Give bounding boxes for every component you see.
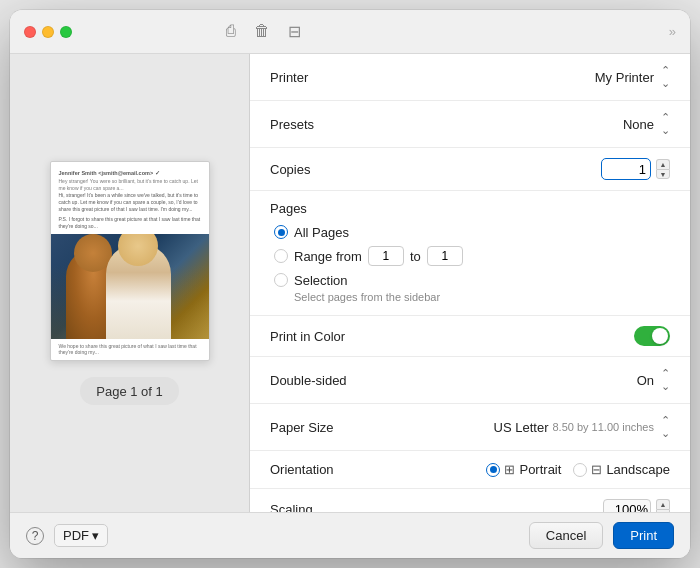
expand-icon[interactable]: » [669, 24, 676, 39]
range-radio[interactable] [274, 249, 288, 263]
landscape-page-icon: ⊟ [591, 462, 602, 477]
paper-size-chevron-icon: ⌃⌄ [661, 414, 670, 440]
color-row: Print in Color [250, 316, 690, 357]
portrait-page-icon: ⊞ [504, 462, 515, 477]
scaling-input[interactable] [603, 499, 651, 512]
presets-chevron-icon: ⌃⌄ [661, 111, 670, 137]
selection-hint: Select pages from the sidebar [274, 291, 670, 303]
pdf-label: PDF [63, 528, 89, 543]
landscape-radio[interactable] [573, 463, 587, 477]
double-sided-chevron-icon: ⌃⌄ [661, 367, 670, 393]
toggle-knob [652, 328, 668, 344]
printer-label: Printer [270, 70, 390, 85]
page-preview: Jennifer Smith <jsmith@email.com> ✓ Hey … [50, 161, 210, 361]
all-pages-label: All Pages [294, 225, 349, 240]
landscape-label: Landscape [606, 462, 670, 477]
orientation-options: ⊞ Portrait ⊟ Landscape [486, 462, 670, 477]
double-sided-label: Double-sided [270, 373, 390, 388]
print-button[interactable]: Print [613, 522, 674, 549]
copies-increment[interactable]: ▲ [656, 159, 670, 169]
cancel-button[interactable]: Cancel [529, 522, 603, 549]
print-dialog: ⎙ 🗑 ⊟ » Jennifer Smith <jsmith@email.com… [10, 10, 690, 558]
main-content: Jennifer Smith <jsmith@email.com> ✓ Hey … [10, 54, 690, 512]
portrait-radio[interactable] [486, 463, 500, 477]
range-from-input[interactable] [368, 246, 404, 266]
range-to-input[interactable] [427, 246, 463, 266]
help-button[interactable]: ? [26, 527, 44, 545]
scaling-row: Scaling ▲ ▼ [250, 489, 690, 512]
copies-stepper: ▲ ▼ [656, 159, 670, 179]
presets-label: Presets [270, 117, 390, 132]
paper-size-value: US Letter [494, 420, 549, 435]
pages-radio-group: All Pages Range from to [270, 222, 670, 303]
presets-value-group: None ⌃⌄ [623, 111, 670, 137]
bottom-bar: ? PDF ▾ Cancel Print [10, 512, 690, 558]
trash-icon[interactable]: 🗑 [254, 22, 270, 41]
paper-size-detail: 8.50 by 11.00 inches [552, 421, 654, 433]
landscape-option[interactable]: ⊟ Landscape [573, 462, 670, 477]
scaling-label: Scaling [270, 502, 390, 513]
scaling-stepper: ▲ ▼ [656, 499, 670, 512]
paper-size-row: Paper Size US Letter 8.50 by 11.00 inche… [250, 404, 690, 451]
titlebar: ⎙ 🗑 ⊟ » [10, 10, 690, 54]
copies-input[interactable] [601, 158, 651, 180]
printer-value: My Printer [595, 70, 654, 85]
copies-label: Copies [270, 162, 390, 177]
preview-header: Jennifer Smith <jsmith@email.com> ✓ Hey … [51, 162, 209, 234]
printer-icon[interactable]: ⎙ [226, 22, 236, 41]
printer-chevron-icon: ⌃⌄ [661, 64, 670, 90]
pages-label: Pages [270, 201, 670, 216]
minimize-button[interactable] [42, 26, 54, 38]
range-to-label: to [410, 249, 421, 264]
double-sided-value-group: On ⌃⌄ [637, 367, 670, 393]
range-row: Range from to [274, 246, 670, 266]
copies-row: Copies ▲ ▼ [250, 148, 690, 191]
pages-section: Pages All Pages Range from to [250, 191, 690, 316]
selection-label: Selection [294, 273, 347, 288]
all-pages-radio[interactable] [274, 225, 288, 239]
orientation-label: Orientation [270, 462, 390, 477]
settings-panel: Printer My Printer ⌃⌄ Presets None ⌃⌄ Co… [250, 54, 690, 512]
copies-value-group: ▲ ▼ [601, 158, 670, 180]
scaling-value-group: ▲ ▼ [603, 499, 670, 512]
preview-text2: P.S. I forgot to share this great pictur… [59, 216, 201, 230]
copies-decrement[interactable]: ▼ [656, 169, 670, 179]
preview-sender: Jennifer Smith <jsmith@email.com> ✓ [59, 170, 201, 178]
pdf-chevron-icon: ▾ [92, 528, 99, 543]
traffic-lights [24, 26, 72, 38]
page-label: Page 1 of 1 [96, 384, 163, 399]
scaling-increment[interactable]: ▲ [656, 499, 670, 509]
page-label-container: Page 1 of 1 [80, 377, 179, 405]
all-pages-row[interactable]: All Pages [274, 222, 670, 242]
range-from-label: Range from [294, 249, 362, 264]
preview-body: Hi, stranger! It's been a while since we… [59, 192, 201, 213]
double-sided-row: Double-sided On ⌃⌄ [250, 357, 690, 404]
preview-photo [51, 234, 209, 339]
printer-row: Printer My Printer ⌃⌄ [250, 54, 690, 101]
close-button[interactable] [24, 26, 36, 38]
titlebar-actions: ⎙ 🗑 ⊟ [226, 22, 301, 41]
maximize-button[interactable] [60, 26, 72, 38]
portrait-option[interactable]: ⊞ Portrait [486, 462, 561, 477]
person2-figure [106, 244, 171, 339]
preview-panel: Jennifer Smith <jsmith@email.com> ✓ Hey … [10, 54, 250, 512]
paper-size-label: Paper Size [270, 420, 390, 435]
range-inputs: Range from to [294, 246, 463, 266]
printer-value-group: My Printer ⌃⌄ [595, 64, 670, 90]
pdf-button[interactable]: PDF ▾ [54, 524, 108, 547]
presets-row: Presets None ⌃⌄ [250, 101, 690, 148]
preview-subject: Hey stranger! You were so brilliant, but… [59, 178, 201, 192]
selection-radio[interactable] [274, 273, 288, 287]
color-label: Print in Color [270, 329, 390, 344]
presets-value: None [623, 117, 654, 132]
portrait-label: Portrait [519, 462, 561, 477]
double-sided-value: On [637, 373, 654, 388]
preview-caption: We hope to share this great picture of w… [51, 339, 209, 360]
selection-group: Selection Select pages from the sidebar [274, 270, 670, 303]
filter-icon[interactable]: ⊟ [288, 22, 301, 41]
orientation-row: Orientation ⊞ Portrait ⊟ Landscape [250, 451, 690, 489]
selection-row[interactable]: Selection [274, 270, 670, 290]
paper-size-value-group: US Letter 8.50 by 11.00 inches ⌃⌄ [494, 414, 670, 440]
color-toggle[interactable] [634, 326, 670, 346]
